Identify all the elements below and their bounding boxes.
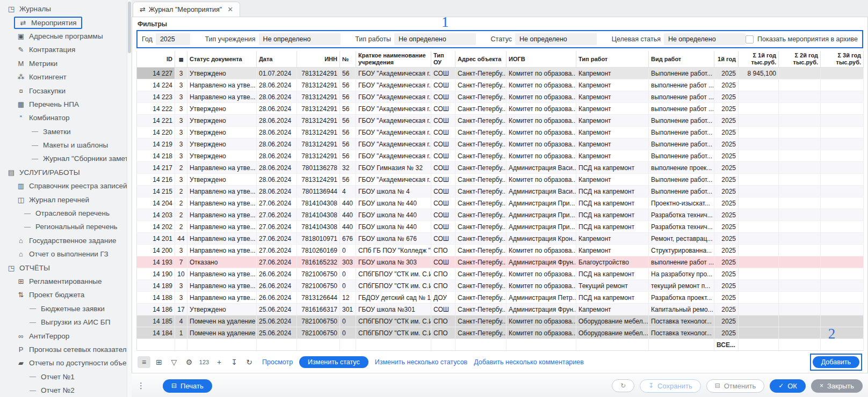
cell-date[interactable]: 26.06.2024: [257, 280, 297, 292]
cell-address[interactable]: Санкт-Петербу...: [455, 233, 507, 245]
cell-id[interactable]: 14 203: [137, 209, 175, 221]
cell-year1[interactable]: 2025: [714, 292, 739, 304]
cell-work_kind[interactable]: текущий ремонт п...: [649, 280, 714, 292]
sidebar-item[interactable]: —Региональный перечень: [0, 220, 127, 233]
sidebar-item[interactable]: ⊞Регламентированные: [0, 275, 127, 288]
cell-work_kind[interactable]: выполнение работ ...: [649, 256, 714, 268]
table-row[interactable]: 14 2042Направлено на утве...27.06.202478…: [137, 197, 864, 209]
cell-status[interactable]: Отказано: [187, 256, 257, 268]
cell-status[interactable]: Направлено на утве...: [187, 79, 257, 91]
sidebar-item[interactable]: ⇅Проект бюджета: [0, 288, 127, 302]
cell-sum3[interactable]: [821, 315, 864, 327]
cell-id[interactable]: 14 186: [137, 304, 175, 315]
cell-num[interactable]: 0: [340, 268, 356, 280]
cell-name[interactable]: ГБОУ "Академическая г...: [356, 79, 431, 91]
tab-close-icon[interactable]: ✕: [227, 5, 233, 13]
cell-iogv[interactable]: Администрация При...: [507, 197, 576, 209]
multi-status-link[interactable]: Изменить несколько статусов: [375, 358, 468, 366]
sidebar-item[interactable]: ▦Перечень НПА: [0, 98, 127, 111]
kebab-menu-icon[interactable]: ⋮: [137, 381, 144, 391]
cell-work_kind[interactable]: выполнение работ ...: [649, 79, 714, 91]
cell-iogv[interactable]: Комитет по образова...: [507, 315, 576, 327]
cell-id[interactable]: 14 200: [137, 245, 175, 256]
refresh-button[interactable]: ↻: [612, 379, 634, 392]
table-row[interactable]: 14 2233Направлено на утве...28.06.202478…: [137, 91, 864, 103]
cell-address[interactable]: Санкт-Петербу...: [455, 256, 507, 268]
cell-ou_type[interactable]: СОШ: [431, 233, 455, 245]
cell-work_type[interactable]: Капремонт: [576, 174, 649, 186]
cell-status[interactable]: Утверждено: [187, 127, 257, 138]
cell-sum1[interactable]: [739, 91, 779, 103]
cell-year1[interactable]: 2025: [714, 115, 739, 127]
cell-name[interactable]: ГБОУ школа № 440: [356, 197, 431, 209]
sidebar-item[interactable]: ⁂Контингент: [0, 70, 127, 84]
cell-sum1[interactable]: [739, 245, 779, 256]
cell-work_kind[interactable]: выполнение работ ...: [649, 91, 714, 103]
cell-sum3[interactable]: [821, 79, 864, 91]
sidebar-item[interactable]: —Отчет №2: [0, 384, 127, 397]
cell-name[interactable]: ГБОУ школа № 440: [356, 221, 431, 233]
cell-status[interactable]: Утверждено: [187, 68, 257, 79]
column-header-sum3[interactable]: Σ 3й год тыс.руб.: [821, 51, 864, 68]
cell-work_kind[interactable]: Выполнение работ...: [649, 186, 714, 197]
cell-sum1[interactable]: [739, 233, 779, 245]
cell-sum3[interactable]: [821, 127, 864, 138]
cell-name[interactable]: ГБОУ школа № 676: [356, 233, 431, 245]
cell-sum1[interactable]: [739, 280, 779, 292]
cell-status[interactable]: Направлено на утве...: [187, 280, 257, 292]
cell-sum2[interactable]: [779, 327, 821, 339]
cell-iogv[interactable]: Администрация Васи...: [507, 162, 576, 174]
cell-sum3[interactable]: [821, 174, 864, 186]
cell-date[interactable]: 27.06.2024: [257, 209, 297, 221]
cell-address[interactable]: Санкт-Петербу...: [455, 68, 507, 79]
cell-work_type[interactable]: Капремонт: [576, 138, 649, 150]
sidebar-scrollbar-thumb[interactable]: [128, 2, 131, 53]
cell-id[interactable]: 14 190: [137, 268, 175, 280]
plus-icon[interactable]: +: [213, 356, 226, 368]
cell-inn[interactable]: 7821006750: [297, 315, 340, 327]
cell-status[interactable]: Утверждено: [187, 174, 257, 186]
cell-id[interactable]: 14 193: [137, 256, 175, 268]
cell-num[interactable]: 56: [340, 150, 356, 162]
cell-address[interactable]: Санкт-Петербу...: [455, 197, 507, 209]
cell-status[interactable]: Утверждено: [187, 150, 257, 162]
table-row[interactable]: 14 1893Направлено на утве...26.06.202478…: [137, 280, 864, 292]
column-header-address[interactable]: Адрес объекта: [455, 51, 507, 68]
cell-sum2[interactable]: [779, 268, 821, 280]
cell-id[interactable]: 14 221: [137, 115, 175, 127]
cell-sum3[interactable]: [821, 304, 864, 315]
cell-inn[interactable]: 7813124291: [297, 174, 340, 186]
cell-work_type[interactable]: Капремонт: [576, 68, 649, 79]
cell-status[interactable]: Направлено на утве...: [187, 292, 257, 304]
multi-comment-link[interactable]: Добавить несколько комментариев: [474, 358, 584, 366]
cell-inn[interactable]: 7801136278: [297, 162, 340, 174]
cancel-button[interactable]: ⊟ Отменить: [706, 379, 764, 393]
cell-num[interactable]: 301: [340, 304, 356, 315]
cell-inn[interactable]: 7813124291: [297, 68, 340, 79]
cell-sum3[interactable]: [821, 115, 864, 127]
cell-id[interactable]: 14 227: [137, 68, 175, 79]
cell-date[interactable]: 28.06.2024: [257, 127, 297, 138]
tab-events-journal[interactable]: ⇄ Журнал "Мероприятия" ✕: [133, 2, 240, 17]
cell-date[interactable]: 25.06.2024: [257, 304, 297, 315]
cell-date[interactable]: 26.06.2024: [257, 268, 297, 280]
cell-address[interactable]: Санкт-Петербу...: [455, 150, 507, 162]
sidebar-item[interactable]: PПрогнозы сетевых показателей: [0, 343, 127, 356]
grid-view-icon[interactable]: ⊞: [153, 356, 165, 368]
sidebar-item[interactable]: —Отраслевой перечень: [0, 207, 127, 220]
cell-id[interactable]: 14 185: [137, 315, 175, 327]
cell-sum1[interactable]: [739, 115, 779, 127]
cell-doc[interactable]: 17: [175, 304, 187, 315]
cell-sum1[interactable]: [739, 268, 779, 280]
sidebar-item[interactable]: ◳ОТЧЁТЫ: [0, 261, 127, 274]
cell-sum3[interactable]: [821, 197, 864, 209]
cell-iogv[interactable]: Комитет по образова...: [507, 245, 576, 256]
cell-work_type[interactable]: ПСД на капремонт: [576, 162, 649, 174]
column-header-num[interactable]: №: [340, 51, 356, 68]
cell-work_type[interactable]: Капремонт: [576, 103, 649, 115]
cell-iogv[interactable]: Администрация При...: [507, 209, 576, 221]
cell-ou_type[interactable]: СОШ: [431, 186, 455, 197]
cell-address[interactable]: Санкт-Петербу...: [455, 174, 507, 186]
cell-year1[interactable]: 2025: [714, 103, 739, 115]
cell-work_kind[interactable]: Поставка технолог...: [649, 327, 714, 339]
